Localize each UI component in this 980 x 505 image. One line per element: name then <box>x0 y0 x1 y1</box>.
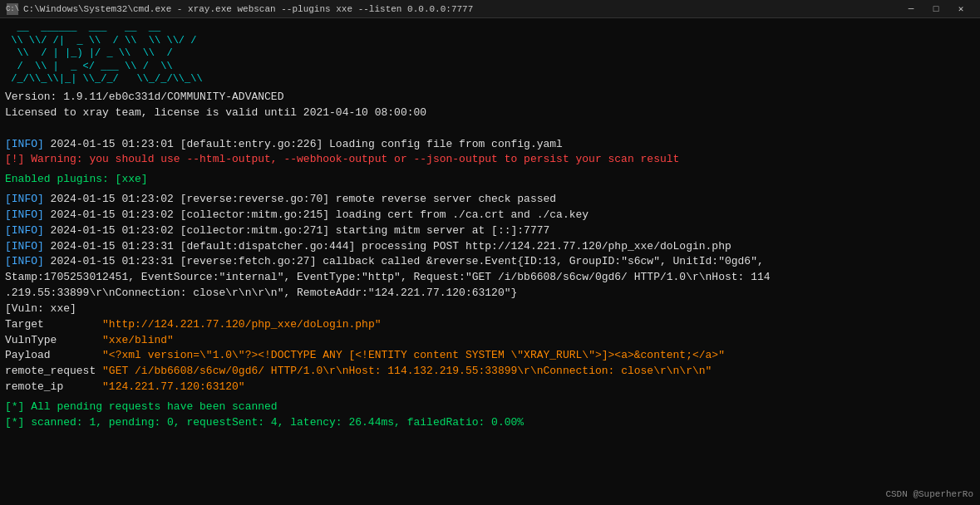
terminal-line: Enabled plugins: [xxe] <box>5 172 975 188</box>
cmd-icon: C:\ <box>7 3 18 15</box>
terminal-line: [*] All pending requests have been scann… <box>5 400 975 415</box>
minimize-button[interactable]: ─ <box>899 1 923 17</box>
terminal-line: [INFO] 2024-01-15 01:23:31 [reverse:fetc… <box>5 254 975 270</box>
terminal-line: Payload "<?xml version=\"1.0\"?><!DOCTYP… <box>5 348 975 364</box>
terminal-line: [*] scanned: 1, pending: 0, requestSent:… <box>5 415 975 431</box>
title-bar: C:\ C:\Windows\System32\cmd.exe - xray.e… <box>0 0 980 18</box>
terminal-line: [INFO] 2024-01-15 01:23:01 [default:entr… <box>5 137 975 153</box>
terminal-line: Target "http://124.221.77.120/php_xxe/do… <box>5 317 975 333</box>
terminal: __ ______ ___ __ __ \\ \\/ /| _ \\ / \\ … <box>0 18 980 505</box>
terminal-line: Stamp:1705253012451, EventSource:"intern… <box>5 270 975 286</box>
terminal-line: [INFO] 2024-01-15 01:23:02 [reverse:reve… <box>5 192 975 208</box>
title-bar-controls: ─ □ ✕ <box>899 1 973 17</box>
terminal-line: [Vuln: xxe] <box>5 302 975 317</box>
version-line: Version: 1.9.11/eb0c331d/COMMUNITY-ADVAN… <box>5 90 975 105</box>
terminal-line: remote_request "GET /i/bb6608/s6cw/0gd6/… <box>5 364 975 380</box>
logo: __ ______ ___ __ __ \\ \\/ /| _ \\ / \\ … <box>5 22 975 86</box>
terminal-line: .219.55:33899\r\nConnection: close\r\n\r… <box>5 286 975 302</box>
close-button[interactable]: ✕ <box>948 1 973 17</box>
terminal-line: remote_ip "124.221.77.120:63120" <box>5 380 975 395</box>
title-bar-text: C:\Windows\System32\cmd.exe - xray.exe w… <box>23 4 473 14</box>
terminal-line: [INFO] 2024-01-15 01:23:02 [collector:mi… <box>5 208 975 223</box>
maximize-button[interactable]: □ <box>923 1 948 17</box>
watermark: CSDN @SuperherRo <box>885 488 973 502</box>
license-line: Licensed to xray team, license is valid … <box>5 105 975 121</box>
terminal-line: [INFO] 2024-01-15 01:23:02 [collector:mi… <box>5 223 975 239</box>
terminal-lines: [INFO] 2024-01-15 01:23:01 [default:entr… <box>5 137 975 431</box>
terminal-line: VulnType "xxe/blind" <box>5 333 975 349</box>
terminal-line: [INFO] 2024-01-15 01:23:31 [default:disp… <box>5 239 975 255</box>
terminal-line: [!] Warning: you should use --html-outpu… <box>5 152 975 168</box>
title-bar-left: C:\ C:\Windows\System32\cmd.exe - xray.e… <box>7 3 473 15</box>
